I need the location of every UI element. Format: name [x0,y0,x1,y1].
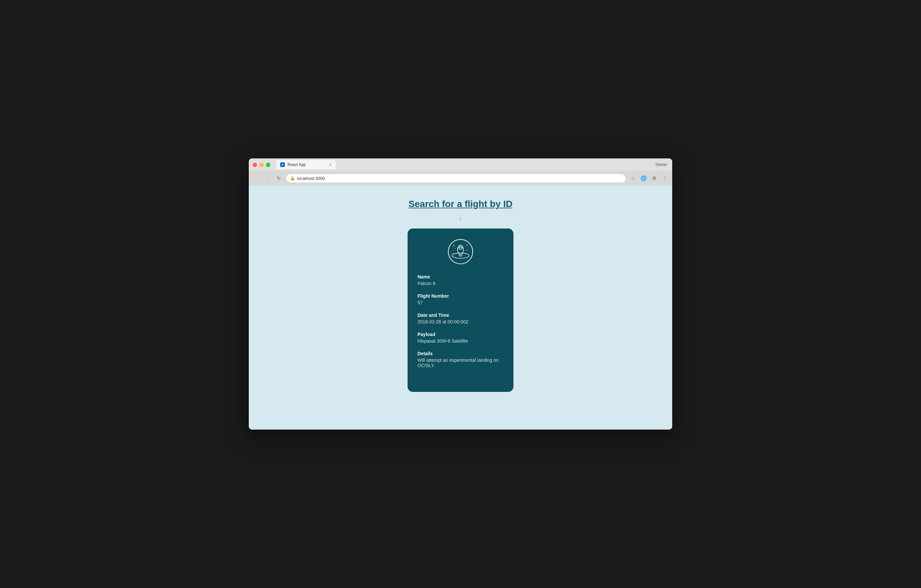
tab-favicon: R [280,162,285,167]
translate-icon[interactable]: 🌐 [639,174,648,182]
details-field: Details Will attempt an experimental lan… [418,351,503,368]
url-text: localhost:3000 [297,176,325,181]
browser-tab[interactable]: R React App × [276,160,336,169]
extension-icon[interactable]: ⚙ [650,174,658,182]
flight-number-field: Flight Number 57 [418,293,449,305]
tab-close-button[interactable]: × [329,162,332,167]
date-value: 2018-02-28 at 00:00:00Z [418,319,469,325]
svg-point-5 [467,245,468,246]
url-bar[interactable]: 🔒 localhost:3000 [286,174,626,183]
browser-window: R React App × Stefan ‹ › ↻ 🔒 localhost:3… [249,158,672,430]
maximize-button[interactable] [266,163,270,167]
arrow-down-icon: ↓ [408,213,513,222]
name-value: Falcon 9 [418,281,435,286]
rocket-icon-container [418,239,503,265]
svg-point-3 [459,247,462,250]
minimize-button[interactable] [259,163,264,167]
name-label: Name [418,274,435,279]
details-value: Will attempt an experimental landing on … [418,357,503,368]
lock-icon: 🔒 [290,176,295,180]
tab-title: React App [288,162,327,167]
forward-button[interactable]: › [263,174,272,182]
content-area: Search for a flight by ID ↓ [249,185,672,430]
svg-point-4 [454,245,454,246]
svg-point-0 [448,239,473,264]
tab-area: R React App × [276,160,668,169]
date-label: Date and Time [418,312,469,318]
payload-field: Payload Hispasat 30W-6 Satellite [418,332,468,344]
bookmark-icon[interactable]: ☆ [628,174,637,182]
flight-card: Name Falcon 9 Flight Number 57 Date and … [408,229,513,392]
details-label: Details [418,351,503,356]
traffic-lights [253,163,270,167]
menu-icon[interactable]: ⋮ [660,174,669,182]
address-bar-actions: ☆ 🌐 ⚙ ⋮ [628,174,669,182]
svg-point-6 [466,250,467,250]
payload-value: Hispasat 30W-6 Satellite [418,338,468,344]
reload-button[interactable]: ↻ [275,174,283,182]
back-button[interactable]: ‹ [252,174,261,182]
payload-label: Payload [418,332,468,337]
name-field: Name Falcon 9 [418,274,435,286]
close-button[interactable] [253,163,257,167]
page-heading: Search for a flight by ID ↓ [408,199,513,222]
page-title: Search for a flight by ID [408,199,513,210]
address-bar: ‹ › ↻ 🔒 localhost:3000 ☆ 🌐 ⚙ ⋮ [249,171,672,185]
rocket-icon [447,239,474,265]
title-bar: R React App × Stefan [249,158,672,171]
user-name: Stefan [655,162,667,167]
flight-number-label: Flight Number [418,293,449,299]
svg-point-8 [455,248,456,249]
flight-number-value: 57 [418,300,449,305]
date-field: Date and Time 2018-02-28 at 00:00:00Z [418,312,469,325]
svg-point-7 [453,253,454,253]
